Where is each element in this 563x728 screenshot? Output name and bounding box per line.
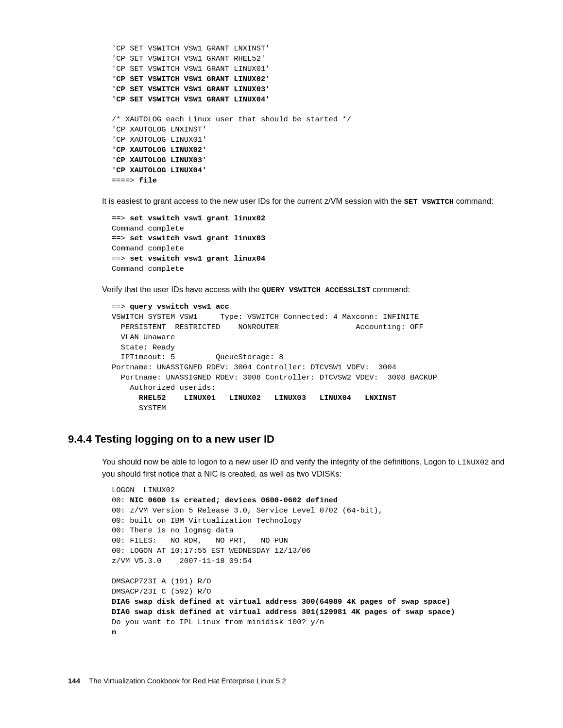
paragraph: It is easiest to grant access to the new…	[102, 196, 510, 208]
code-line: Portname: UNASSIGNED RDEV: 3008 Controll…	[112, 373, 437, 382]
code-line: DIAG swap disk defined at virtual addres…	[112, 597, 451, 606]
code-line: 'CP XAUTOLOG LINUX03'	[112, 156, 206, 165]
code-line: n	[112, 628, 116, 637]
code-line: Command complete	[112, 224, 184, 233]
code-block-profile-exec: 'CP SET VSWITCH VSW1 GRANT LNXINST' 'CP …	[112, 44, 510, 186]
page-number: 144	[68, 677, 80, 685]
code-line: 'CP SET VSWITCH VSW1 GRANT LINUX03'	[112, 85, 270, 94]
code-line: 00: built on IBM Virtualization Technolo…	[112, 516, 302, 525]
code-line: 00: FILES: NO RDR, NO PRT, NO PUN	[112, 536, 288, 545]
code-line: 00: LOGON AT 10:17:55 EST WEDNESDAY 12/1…	[112, 546, 310, 555]
code-line: z/VM V5.3.0 2007-11-18 09:54	[112, 557, 252, 565]
code-line: Authorized userids:	[112, 383, 216, 392]
code-line: 'CP XAUTOLOG LINUX02'	[112, 146, 206, 154]
paragraph: Verify that the user IDs have access wit…	[102, 284, 510, 296]
code-line: Command complete	[112, 244, 184, 253]
code-line: 'CP SET VSWITCH VSW1 GRANT RHEL52'	[112, 54, 265, 63]
code-line: SYSTEM	[112, 404, 166, 413]
code-line: 'CP XAUTOLOG LNXINST'	[112, 125, 206, 134]
page-footer: 144The Virtualization Cookbook for Red H…	[68, 677, 510, 685]
code-line: 'CP SET VSWITCH VSW1 GRANT LINUX04'	[112, 95, 270, 104]
code-line: LOGON LINUX02	[112, 486, 175, 495]
section-heading: 9.4.4 Testing logging on to a new user I…	[68, 433, 510, 446]
code-line: 00:	[112, 496, 130, 505]
code-line: RHEL52 LINUX01 LINUX02 LINUX03 LINUX04 L…	[112, 394, 396, 402]
code-line: VLAN Unaware	[112, 333, 175, 342]
code-block-set-vswitch: ==> set vswitch vsw1 grant linux02 Comma…	[112, 214, 510, 275]
code-line: DMSACP723I A (191) R/O	[112, 577, 211, 586]
code-line: VSWITCH SYSTEM VSW1 Type: VSWITCH Connec…	[112, 313, 419, 321]
code-line: DIAG swap disk defined at virtual addres…	[112, 608, 455, 616]
code-line: Do you want to IPL Linux from minidisk 1…	[112, 618, 324, 627]
code-line: NIC 0600 is created; devices 0600-0602 d…	[130, 496, 338, 505]
code-block-query-vswitch: ==> query vswitch vsw1 acc VSWITCH SYSTE…	[112, 302, 510, 414]
code-line: 'CP SET VSWITCH VSW1 GRANT LINUX01'	[112, 65, 270, 73]
code-line: query vswitch vsw1 acc	[130, 302, 229, 311]
code-line: 'CP XAUTOLOG LINUX01'	[112, 135, 206, 144]
code-line: set vswitch vsw1 grant linux04	[130, 254, 265, 263]
code-line: Portname: UNASSIGNED RDEV: 3004 Controll…	[112, 363, 396, 372]
page-content: 'CP SET VSWITCH VSW1 GRANT LNXINST' 'CP …	[0, 0, 563, 709]
code-line: ==>	[112, 302, 130, 311]
code-line: /* XAUTOLOG each Linux user that should …	[112, 115, 351, 124]
code-line: set vswitch vsw1 grant linux03	[130, 234, 265, 243]
code-line: ==>	[112, 234, 130, 243]
code-line: 00: There is no logmsg data	[112, 526, 234, 535]
code-line: set vswitch vsw1 grant linux02	[130, 214, 265, 223]
code-line: DMSACP723I C (592) R/O	[112, 587, 211, 596]
code-line: file	[139, 176, 157, 185]
paragraph: You should now be able to logon to a new…	[102, 456, 510, 480]
book-title: The Virtualization Cookbook for Red Hat …	[89, 677, 286, 685]
code-line: IPTimeout: 5 QueueStorage: 8	[112, 353, 283, 362]
code-line: ==>	[112, 214, 130, 223]
code-line: 'CP SET VSWITCH VSW1 GRANT LNXINST'	[112, 44, 270, 53]
code-line: Command complete	[112, 265, 184, 273]
code-line: 00: z/VM Version 5 Release 3.0, Service …	[112, 506, 383, 515]
code-line: ====>	[112, 176, 139, 185]
code-line: 'CP SET VSWITCH VSW1 GRANT LINUX02'	[112, 75, 270, 83]
code-line: PERSISTENT RESTRICTED NONROUTER Accounti…	[112, 323, 424, 331]
code-line: State: Ready	[112, 343, 175, 352]
code-line: ==>	[112, 254, 130, 263]
code-line: 'CP XAUTOLOG LINUX04'	[112, 166, 206, 175]
code-block-logon: LOGON LINUX02 00: NIC 0600 is created; d…	[112, 485, 510, 638]
